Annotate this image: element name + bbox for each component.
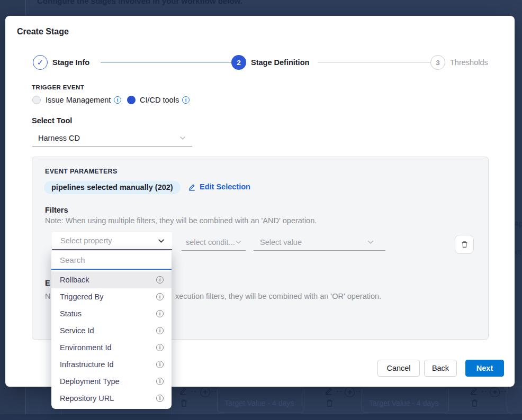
dropdown-item-rollback[interactable]: Rollback i [51, 271, 172, 288]
trash-icon [325, 398, 334, 408]
background-footer-strip [0, 414, 522, 420]
execution-note-fragment: N [45, 292, 50, 300]
radio-cicd-tools[interactable] [127, 96, 136, 104]
tool-select-value: Harness CD [38, 134, 179, 142]
dropdown-item-environment-id[interactable]: Environment Id i [51, 339, 172, 356]
info-icon[interactable]: i [156, 310, 164, 317]
dropdown-list: Rollback i Triggered By i Status i Servi… [51, 270, 172, 407]
stepper-connector [101, 62, 231, 62]
info-icon[interactable]: i [156, 361, 164, 368]
property-select[interactable]: Select property [52, 232, 172, 250]
edit-icon [188, 183, 196, 191]
check-icon: ✓ [37, 58, 44, 67]
background-card [507, 387, 522, 413]
event-parameters-heading: EVENT PARAMETERS [45, 168, 118, 175]
dropdown-item-infrastructure-id[interactable]: Infrastructure Id i [51, 356, 172, 373]
trash-icon [470, 398, 479, 408]
value-select-placeholder: Select value [260, 238, 367, 246]
filters-heading: Filters [45, 206, 68, 214]
property-select-placeholder: Select property [60, 236, 158, 245]
chevron-down-icon [179, 136, 186, 140]
dropdown-item-deployment-type[interactable]: Deployment Type i [51, 373, 172, 390]
tool-select[interactable]: Harness CD [32, 130, 192, 147]
search-input[interactable] [51, 255, 172, 264]
info-icon[interactable]: i [114, 96, 121, 104]
add-stage-icon: + [490, 387, 500, 397]
connector-dash [211, 391, 216, 392]
edit-icon [470, 387, 478, 395]
background-subtitle: Configure the stages involved in your wo… [37, 0, 242, 5]
background-fragment: Ap [514, 220, 522, 228]
step-2-circle[interactable]: 2 [231, 55, 246, 70]
radio-issue-management[interactable] [32, 96, 41, 104]
dropdown-item-service-id[interactable]: Service Id i [51, 322, 172, 339]
cancel-button[interactable]: Cancel [377, 360, 420, 377]
step-1-circle[interactable]: ✓ [33, 55, 48, 70]
info-icon[interactable]: i [156, 293, 164, 300]
chevron-down-icon [158, 239, 165, 243]
info-icon[interactable]: i [156, 395, 164, 402]
pipelines-selected-pill: pipelines selected manually (202) [44, 181, 181, 194]
trash-icon [461, 240, 469, 249]
info-icon[interactable]: i [182, 96, 190, 104]
info-icon[interactable]: i [156, 344, 164, 351]
filters-note: Note: When using multiple filters, they … [45, 216, 317, 225]
condition-select-placeholder: select condit... [186, 238, 236, 246]
connector-dash [337, 391, 341, 392]
stepper-connector [318, 62, 430, 63]
step-1-label[interactable]: Stage Info [52, 58, 89, 67]
chevron-down-icon [236, 240, 241, 244]
trigger-event-label: TRIGGER EVENT [32, 84, 84, 90]
radio-cicd-tools-label[interactable]: CI/CD tools [140, 96, 179, 104]
value-select[interactable]: Select value [254, 234, 385, 251]
property-dropdown: Rollback i Triggered By i Status i Servi… [51, 251, 172, 409]
condition-select[interactable]: select condit... [182, 234, 246, 251]
connector-dash [482, 391, 487, 392]
background-card-label: Target Value - 4 days [369, 399, 438, 407]
info-icon[interactable]: i [156, 327, 164, 334]
add-stage-icon: + [200, 387, 210, 397]
step-3-number: 3 [436, 59, 440, 67]
dropdown-item-repository-url[interactable]: Repository URL i [51, 390, 172, 407]
step-2-number: 2 [237, 59, 241, 67]
dropdown-item-triggered-by[interactable]: Triggered By i [51, 288, 172, 305]
execution-note-fragment: xecution filters, they will be combined … [175, 292, 381, 300]
modal-title: Create Stage [17, 27, 69, 36]
edit-selection-link[interactable]: Edit Selection [188, 182, 250, 191]
info-icon[interactable]: i [156, 378, 164, 385]
remove-filter-button[interactable] [455, 235, 474, 254]
edit-icon [325, 387, 333, 395]
chevron-down-icon [367, 240, 374, 244]
step-3-circle[interactable]: 3 [430, 55, 445, 70]
execution-filters-heading-fragment: E [45, 279, 50, 287]
radio-issue-management-label[interactable]: Issue Management [46, 96, 111, 104]
info-icon[interactable]: i [156, 276, 164, 284]
edit-selection-label: Edit Selection [200, 182, 250, 191]
edit-icon [179, 387, 187, 395]
connector-dash [356, 391, 361, 392]
step-3-label[interactable]: Thresholds [450, 58, 488, 67]
connector-dash [501, 391, 506, 392]
select-tool-label: Select Tool [32, 116, 72, 125]
back-button[interactable]: Back [424, 360, 457, 377]
add-stage-icon: + [345, 387, 355, 397]
dropdown-search [51, 251, 172, 270]
background-card-label: Target Value - 4 days [224, 399, 294, 407]
dropdown-item-status[interactable]: Status i [51, 305, 172, 322]
connector-dash [191, 391, 196, 392]
next-button[interactable]: Next [465, 360, 504, 377]
trash-icon [179, 398, 188, 408]
background-fragment: et [515, 248, 521, 256]
step-2-label[interactable]: Stage Definition [251, 58, 309, 67]
